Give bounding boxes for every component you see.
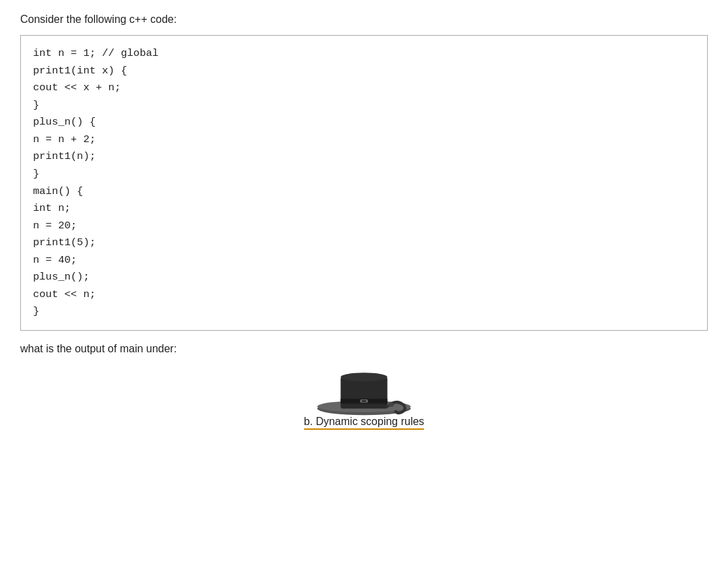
question-text: what is the output of main under: <box>20 343 708 355</box>
svg-rect-6 <box>361 400 366 401</box>
code-content: int n = 1; // global print1(int x) { cou… <box>33 45 695 321</box>
svg-rect-2 <box>340 377 387 409</box>
svg-point-3 <box>340 373 387 381</box>
options-container: b. Dynamic scoping rules <box>20 364 708 430</box>
option-b-label: b. Dynamic scoping rules <box>304 416 425 430</box>
option-b-row: b. Dynamic scoping rules <box>304 416 425 430</box>
code-block: int n = 1; // global print1(int x) { cou… <box>20 35 708 331</box>
intro-text: Consider the following c++ code: <box>20 13 708 26</box>
hat-icon <box>310 364 418 418</box>
svg-point-7 <box>388 403 394 407</box>
